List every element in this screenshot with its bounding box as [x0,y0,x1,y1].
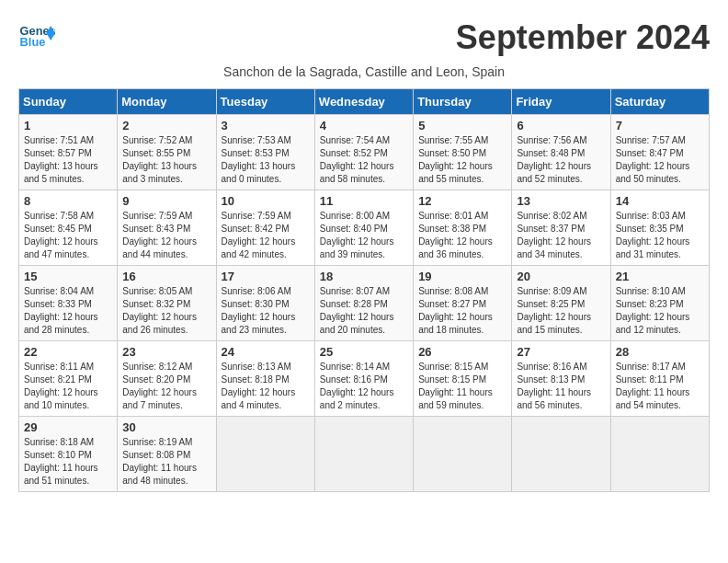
calendar-cell: 15Sunrise: 8:04 AM Sunset: 8:33 PM Dayli… [19,266,118,341]
calendar-cell: 24Sunrise: 8:13 AM Sunset: 8:18 PM Dayli… [216,341,314,417]
day-info: Sunrise: 8:08 AM Sunset: 8:27 PM Dayligh… [418,285,506,337]
column-header-friday: Friday [512,89,610,115]
calendar-cell: 22Sunrise: 8:11 AM Sunset: 8:21 PM Dayli… [19,341,118,417]
calendar-cell: 30Sunrise: 8:19 AM Sunset: 8:08 PM Dayli… [118,417,216,492]
column-header-sunday: Sunday [19,89,118,115]
month-title: September 2024 [456,18,710,57]
calendar-cell: 10Sunrise: 7:59 AM Sunset: 8:42 PM Dayli… [216,190,314,266]
day-info: Sunrise: 7:59 AM Sunset: 8:43 PM Dayligh… [122,210,210,261]
calendar-cell: 12Sunrise: 8:01 AM Sunset: 8:38 PM Dayli… [414,190,512,266]
day-number: 21 [616,270,704,283]
day-info: Sunrise: 8:15 AM Sunset: 8:15 PM Dayligh… [418,361,506,412]
day-info: Sunrise: 8:13 AM Sunset: 8:18 PM Dayligh… [222,361,310,412]
header: General Blue September 2024 [18,18,710,57]
day-number: 11 [320,194,408,208]
day-info: Sunrise: 8:19 AM Sunset: 8:08 PM Dayligh… [122,436,210,488]
calendar-cell: 9Sunrise: 7:59 AM Sunset: 8:43 PM Daylig… [118,190,216,266]
day-info: Sunrise: 7:55 AM Sunset: 8:50 PM Dayligh… [418,134,506,186]
day-info: Sunrise: 8:01 AM Sunset: 8:38 PM Dayligh… [418,210,506,261]
column-header-monday: Monday [118,89,216,115]
calendar-cell: 4Sunrise: 7:54 AM Sunset: 8:52 PM Daylig… [314,115,413,190]
day-number: 28 [616,345,704,359]
day-number: 17 [222,270,310,283]
day-number: 3 [222,119,310,132]
day-info: Sunrise: 8:10 AM Sunset: 8:23 PM Dayligh… [616,285,704,337]
calendar-cell: 26Sunrise: 8:15 AM Sunset: 8:15 PM Dayli… [414,341,512,417]
day-info: Sunrise: 8:09 AM Sunset: 8:25 PM Dayligh… [517,285,605,337]
day-number: 29 [24,420,112,434]
day-info: Sunrise: 8:17 AM Sunset: 8:11 PM Dayligh… [616,361,704,412]
day-info: Sunrise: 8:06 AM Sunset: 8:30 PM Dayligh… [222,285,310,337]
calendar-table: SundayMondayTuesdayWednesdayThursdayFrid… [18,88,710,492]
calendar-cell: 7Sunrise: 7:57 AM Sunset: 8:47 PM Daylig… [610,115,709,190]
day-info: Sunrise: 7:59 AM Sunset: 8:42 PM Dayligh… [222,210,310,261]
column-header-tuesday: Tuesday [216,89,314,115]
day-info: Sunrise: 8:05 AM Sunset: 8:32 PM Dayligh… [122,285,210,337]
logo-icon: General Blue [18,18,55,55]
calendar-cell: 6Sunrise: 7:56 AM Sunset: 8:48 PM Daylig… [512,115,610,190]
calendar-cell [610,417,709,492]
day-info: Sunrise: 7:51 AM Sunset: 8:57 PM Dayligh… [24,134,112,186]
day-info: Sunrise: 8:12 AM Sunset: 8:20 PM Dayligh… [122,361,210,412]
calendar-cell: 18Sunrise: 8:07 AM Sunset: 8:28 PM Dayli… [314,266,413,341]
calendar-cell [414,417,512,492]
day-number: 20 [517,270,605,283]
day-info: Sunrise: 8:03 AM Sunset: 8:35 PM Dayligh… [616,210,704,261]
calendar-cell: 21Sunrise: 8:10 AM Sunset: 8:23 PM Dayli… [610,266,709,341]
calendar-cell: 3Sunrise: 7:53 AM Sunset: 8:53 PM Daylig… [216,115,314,190]
day-number: 9 [122,194,210,208]
column-header-thursday: Thursday [414,89,512,115]
calendar-cell: 2Sunrise: 7:52 AM Sunset: 8:55 PM Daylig… [118,115,216,190]
day-number: 14 [616,194,704,208]
calendar-cell: 8Sunrise: 7:58 AM Sunset: 8:45 PM Daylig… [19,190,118,266]
day-number: 1 [24,119,112,132]
day-info: Sunrise: 7:56 AM Sunset: 8:48 PM Dayligh… [517,134,605,186]
svg-text:Blue: Blue [20,35,46,49]
calendar-cell: 16Sunrise: 8:05 AM Sunset: 8:32 PM Dayli… [118,266,216,341]
calendar-cell: 11Sunrise: 8:00 AM Sunset: 8:40 PM Dayli… [314,190,413,266]
day-info: Sunrise: 7:57 AM Sunset: 8:47 PM Dayligh… [616,134,704,186]
calendar-cell: 1Sunrise: 7:51 AM Sunset: 8:57 PM Daylig… [19,115,118,190]
calendar-cell: 17Sunrise: 8:06 AM Sunset: 8:30 PM Dayli… [216,266,314,341]
calendar-cell: 29Sunrise: 8:18 AM Sunset: 8:10 PM Dayli… [19,417,118,492]
calendar-cell: 19Sunrise: 8:08 AM Sunset: 8:27 PM Dayli… [414,266,512,341]
calendar-cell: 5Sunrise: 7:55 AM Sunset: 8:50 PM Daylig… [414,115,512,190]
day-info: Sunrise: 7:54 AM Sunset: 8:52 PM Dayligh… [320,134,408,186]
day-number: 19 [418,270,506,283]
subtitle: Sanchon de la Sagrada, Castille and Leon… [18,64,710,79]
day-number: 23 [122,345,210,359]
calendar-cell [314,417,413,492]
day-number: 6 [517,119,605,132]
day-number: 5 [418,119,506,132]
day-info: Sunrise: 7:58 AM Sunset: 8:45 PM Dayligh… [24,210,112,261]
calendar-cell: 20Sunrise: 8:09 AM Sunset: 8:25 PM Dayli… [512,266,610,341]
day-info: Sunrise: 8:14 AM Sunset: 8:16 PM Dayligh… [320,361,408,412]
day-number: 18 [320,270,408,283]
logo: General Blue [18,18,59,55]
day-info: Sunrise: 7:53 AM Sunset: 8:53 PM Dayligh… [222,134,310,186]
day-info: Sunrise: 8:11 AM Sunset: 8:21 PM Dayligh… [24,361,112,412]
day-info: Sunrise: 8:16 AM Sunset: 8:13 PM Dayligh… [517,361,605,412]
day-number: 24 [222,345,310,359]
calendar-cell: 23Sunrise: 8:12 AM Sunset: 8:20 PM Dayli… [118,341,216,417]
calendar-cell: 25Sunrise: 8:14 AM Sunset: 8:16 PM Dayli… [314,341,413,417]
column-header-saturday: Saturday [610,89,709,115]
day-number: 8 [24,194,112,208]
calendar-cell: 14Sunrise: 8:03 AM Sunset: 8:35 PM Dayli… [610,190,709,266]
day-number: 22 [24,345,112,359]
calendar-cell [512,417,610,492]
day-info: Sunrise: 7:52 AM Sunset: 8:55 PM Dayligh… [122,134,210,186]
day-number: 13 [517,194,605,208]
day-number: 2 [122,119,210,132]
day-number: 25 [320,345,408,359]
day-number: 27 [517,345,605,359]
day-info: Sunrise: 8:18 AM Sunset: 8:10 PM Dayligh… [24,436,112,488]
calendar-cell: 13Sunrise: 8:02 AM Sunset: 8:37 PM Dayli… [512,190,610,266]
day-info: Sunrise: 8:00 AM Sunset: 8:40 PM Dayligh… [320,210,408,261]
day-number: 12 [418,194,506,208]
day-number: 4 [320,119,408,132]
calendar-cell: 28Sunrise: 8:17 AM Sunset: 8:11 PM Dayli… [610,341,709,417]
day-number: 26 [418,345,506,359]
day-number: 10 [222,194,310,208]
day-info: Sunrise: 8:04 AM Sunset: 8:33 PM Dayligh… [24,285,112,337]
